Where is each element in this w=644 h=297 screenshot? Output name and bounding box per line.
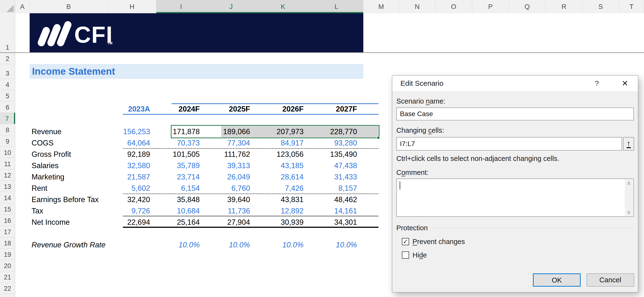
cell-H7[interactable]: 156,253 [108,126,156,137]
column-header-P[interactable]: P [472,0,509,13]
table-row-net-income: Net Income 22,694 25,164 27,904 30,939 3… [30,216,363,228]
cfi-logo-banner: CFI TM [30,13,363,53]
row-label[interactable]: Net Income [30,216,108,228]
table-row-gross-profit: Gross Profit 92,189 101,505 111,762 123,… [30,148,363,160]
column-header-L[interactable]: L [310,0,363,13]
row-header-20[interactable]: 20 [0,260,15,271]
row-header-13[interactable]: 13 [0,181,15,192]
ok-button[interactable]: OK [533,274,581,287]
scenario-name-input[interactable]: Base Case [396,108,634,120]
row-header-3[interactable]: 3 [0,64,15,79]
row-header-19[interactable]: 19 [0,248,15,260]
row-label[interactable]: Gross Profit [30,148,108,160]
up-arrow-icon: ↑ [627,140,631,147]
changing-cells-value: I7:L7 [400,140,415,148]
row-header-10[interactable]: 10 [0,147,15,158]
year-header-2025F[interactable]: 2025F [206,103,256,115]
column-header-M[interactable]: M [363,0,399,13]
years-bottom-border [123,114,378,115]
table-row-revenue-growth-rate: Revenue Growth Rate 10.0% 10.0% 10.0% 10… [30,239,363,250]
row-header-7[interactable]: 7 [0,113,15,124]
column-header-I[interactable]: I [156,0,206,13]
row-header-14[interactable]: 14 [0,192,15,203]
column-header-J[interactable]: J [206,0,256,13]
row-header-6[interactable]: 6 [0,102,15,113]
row-label[interactable]: Rent [30,182,108,194]
column-header-N[interactable]: N [399,0,435,13]
range-selector-button[interactable]: ↑ [623,137,634,150]
hide-checkbox[interactable] [402,252,409,259]
row-header-1[interactable]: 1 [0,13,15,53]
table-row-salaries: Salaries 32,580 35,789 39,313 43,185 47,… [30,160,363,171]
column-header-T[interactable]: T [619,0,644,13]
row-header-4[interactable]: 4 [0,79,15,90]
comment-textarea[interactable]: ∧ ∨ [396,178,634,217]
row-label[interactable]: Revenue [30,126,108,137]
scenario-name-label: Scenario name: [396,97,445,105]
year-header-2024F[interactable]: 2024F [156,103,206,115]
row-label[interactable]: Revenue Growth Rate [30,239,108,250]
sheet-title: Income Statement [32,66,115,77]
year-header-2027F[interactable]: 2027F [310,103,363,115]
changing-cells-input[interactable]: I7:L7 [396,137,622,150]
edit-scenario-dialog: Edit Scenario ? ✕ Scenario name: Base Ca… [392,76,638,292]
row-header-5[interactable]: 5 [0,90,15,102]
row-label[interactable]: Salaries [30,160,108,171]
year-header-2023A[interactable]: 2023A [108,103,156,115]
fill-handle[interactable] [377,136,380,139]
tax-solid-border [123,216,378,216]
ctrl-click-helper-text: Ctrl+click cells to select non-adjacent … [396,155,559,162]
select-all-button[interactable] [0,0,15,13]
column-header-A[interactable]: A [15,0,30,13]
row-label[interactable]: Marketing [30,171,108,182]
text-cursor [400,182,400,190]
row-header-21[interactable]: 21 [0,271,15,282]
row-header-9[interactable]: 9 [0,135,15,147]
selected-columns-underline [156,12,363,13]
dialog-titlebar[interactable]: Edit Scenario ? ✕ [392,76,638,91]
column-header-K[interactable]: K [256,0,310,13]
protection-group-label: Protection [396,224,431,232]
comment-scrollbar[interactable]: ∧ ∨ [625,180,633,216]
column-header-R[interactable]: R [546,0,582,13]
column-header-B[interactable]: B [30,0,108,13]
help-icon[interactable]: ? [589,76,604,91]
scroll-down-icon[interactable]: ∨ [627,208,631,216]
scroll-up-icon[interactable]: ∧ [627,180,631,187]
column-header-O[interactable]: O [435,0,472,13]
year-header-row: 2023A 2024F 2025F 2026F 2027F [30,103,363,115]
close-icon[interactable]: ✕ [616,76,634,91]
column-header-Q[interactable]: Q [509,0,546,13]
table-row-tax: Tax 9,726 10,684 11,736 12,892 14,161 [30,205,363,216]
row-header-11[interactable]: 11 [0,158,15,169]
protection-group-line [431,228,634,228]
row-header-22[interactable]: 22 [0,282,15,294]
cancel-button[interactable]: Cancel [586,274,634,287]
column-header-row: A B H I J K L M N O P Q R S T [0,0,644,13]
row-label[interactable]: COGS [30,137,108,148]
table-row-cogs: COGS 64,064 70,373 77,304 84,917 93,280 [30,137,363,148]
net-income-double-border [123,227,378,228]
table-row-earnings-before-tax: Earnings Before Tax 32,420 35,848 39,640… [30,194,363,205]
excel-window: A B H I J K L M N O P Q R S T 1 2 3 4 5 … [0,0,644,297]
row-header-23[interactable]: 23 [0,294,15,297]
row-header-18[interactable]: 18 [0,237,15,248]
row-header-16[interactable]: 16 [0,214,15,226]
changing-cells-label: Changing cells: [396,126,444,134]
row-label[interactable]: Tax [30,205,108,216]
row-label[interactable]: Earnings Before Tax [30,194,108,205]
prevent-changes-label[interactable]: Prevent changes [412,238,465,246]
row-header-8[interactable]: 8 [0,124,15,135]
prevent-changes-checkbox-row: ✓ Prevent changes [402,238,465,246]
scenario-name-value: Base Case [400,110,433,118]
prevent-changes-checkbox[interactable]: ✓ [402,238,409,245]
row-header-15[interactable]: 15 [0,203,15,214]
row-header-2[interactable]: 2 [0,53,15,64]
column-header-H[interactable]: H [108,0,156,13]
year-header-2026F[interactable]: 2026F [256,103,310,115]
select-all-triangle-icon [6,5,14,12]
column-header-S[interactable]: S [582,0,619,13]
hide-label[interactable]: Hide [412,251,427,259]
row-header-17[interactable]: 17 [0,226,15,237]
row-header-12[interactable]: 12 [0,169,15,181]
